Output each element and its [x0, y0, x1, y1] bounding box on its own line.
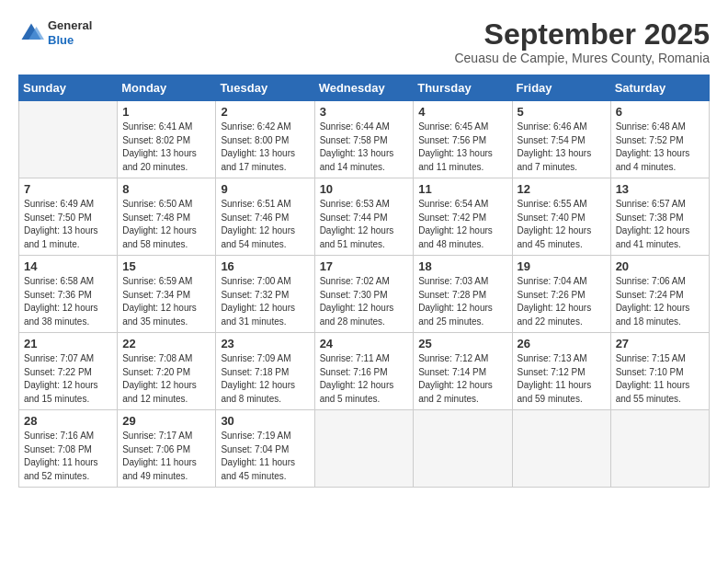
week-row-3: 14Sunrise: 6:58 AM Sunset: 7:36 PM Dayli…: [19, 256, 710, 333]
day-cell: 20Sunrise: 7:06 AM Sunset: 7:24 PM Dayli…: [610, 256, 709, 333]
location-subtitle: Ceuasu de Campie, Mures County, Romania: [454, 51, 710, 65]
day-cell: 13Sunrise: 6:57 AM Sunset: 7:38 PM Dayli…: [610, 178, 709, 256]
day-cell: 3Sunrise: 6:44 AM Sunset: 7:58 PM Daylig…: [314, 101, 414, 178]
day-cell: 5Sunrise: 6:46 AM Sunset: 7:54 PM Daylig…: [512, 101, 610, 178]
day-info: Sunrise: 6:59 AM Sunset: 7:34 PM Dayligh…: [122, 275, 210, 328]
day-info: Sunrise: 7:17 AM Sunset: 7:06 PM Dayligh…: [122, 430, 210, 483]
day-cell: 16Sunrise: 7:00 AM Sunset: 7:32 PM Dayli…: [216, 256, 314, 333]
day-info: Sunrise: 6:51 AM Sunset: 7:46 PM Dayligh…: [221, 198, 309, 251]
day-info: Sunrise: 6:42 AM Sunset: 8:00 PM Dayligh…: [221, 121, 309, 174]
day-info: Sunrise: 7:07 AM Sunset: 7:22 PM Dayligh…: [24, 352, 112, 406]
day-info: Sunrise: 7:00 AM Sunset: 7:32 PM Dayligh…: [221, 275, 309, 328]
day-info: Sunrise: 6:44 AM Sunset: 7:58 PM Dayligh…: [320, 121, 409, 174]
day-info: Sunrise: 7:04 AM Sunset: 7:26 PM Dayligh…: [518, 275, 606, 328]
day-number: 6: [616, 105, 704, 119]
header-sunday: Sunday: [19, 75, 118, 101]
day-number: 19: [518, 259, 606, 273]
day-cell: 1Sunrise: 6:41 AM Sunset: 8:02 PM Daylig…: [118, 101, 216, 178]
header-saturday: Saturday: [610, 75, 709, 101]
day-cell: 8Sunrise: 6:50 AM Sunset: 7:48 PM Daylig…: [118, 178, 216, 256]
calendar-table: SundayMondayTuesdayWednesdayThursdayFrid…: [18, 75, 710, 488]
day-cell: [19, 101, 118, 178]
day-info: Sunrise: 6:49 AM Sunset: 7:50 PM Dayligh…: [24, 198, 112, 251]
day-info: Sunrise: 7:15 AM Sunset: 7:10 PM Dayligh…: [616, 352, 704, 406]
day-number: 13: [616, 182, 704, 196]
page-header: General Blue September 2025 Ceuasu de Ca…: [18, 18, 710, 65]
day-cell: 25Sunrise: 7:12 AM Sunset: 7:14 PM Dayli…: [414, 333, 512, 410]
day-cell: 21Sunrise: 7:07 AM Sunset: 7:22 PM Dayli…: [19, 333, 118, 410]
day-number: 27: [616, 337, 704, 350]
day-number: 12: [518, 182, 606, 196]
day-cell: 4Sunrise: 6:45 AM Sunset: 7:56 PM Daylig…: [414, 101, 512, 178]
day-info: Sunrise: 7:13 AM Sunset: 7:12 PM Dayligh…: [518, 352, 606, 406]
day-number: 16: [221, 259, 309, 273]
logo-blue: Blue: [48, 33, 92, 48]
day-number: 1: [122, 105, 210, 119]
header-monday: Monday: [118, 75, 216, 101]
day-number: 20: [616, 259, 704, 273]
header-tuesday: Tuesday: [216, 75, 314, 101]
day-number: 14: [24, 259, 112, 273]
day-cell: 26Sunrise: 7:13 AM Sunset: 7:12 PM Dayli…: [512, 333, 610, 410]
logo: General Blue: [18, 18, 92, 47]
day-number: 29: [122, 414, 210, 428]
logo-text: General Blue: [48, 18, 92, 47]
day-info: Sunrise: 6:53 AM Sunset: 7:44 PM Dayligh…: [320, 198, 409, 251]
day-cell: 30Sunrise: 7:19 AM Sunset: 7:04 PM Dayli…: [216, 410, 314, 488]
day-number: 30: [221, 414, 309, 428]
calendar-header: SundayMondayTuesdayWednesdayThursdayFrid…: [19, 75, 710, 101]
day-cell: 2Sunrise: 6:42 AM Sunset: 8:00 PM Daylig…: [216, 101, 314, 178]
logo-general: General: [48, 18, 92, 33]
day-info: Sunrise: 7:09 AM Sunset: 7:18 PM Dayligh…: [221, 352, 309, 406]
day-number: 26: [518, 337, 606, 350]
day-cell: 24Sunrise: 7:11 AM Sunset: 7:16 PM Dayli…: [314, 333, 414, 410]
day-cell: [512, 410, 610, 488]
day-cell: 11Sunrise: 6:54 AM Sunset: 7:42 PM Dayli…: [414, 178, 512, 256]
day-cell: 7Sunrise: 6:49 AM Sunset: 7:50 PM Daylig…: [19, 178, 118, 256]
header-row: SundayMondayTuesdayWednesdayThursdayFrid…: [19, 75, 710, 101]
day-info: Sunrise: 6:46 AM Sunset: 7:54 PM Dayligh…: [518, 121, 606, 174]
day-cell: 29Sunrise: 7:17 AM Sunset: 7:06 PM Dayli…: [118, 410, 216, 488]
day-number: 23: [221, 337, 309, 350]
day-number: 5: [518, 105, 606, 119]
day-number: 8: [122, 182, 210, 196]
day-info: Sunrise: 7:11 AM Sunset: 7:16 PM Dayligh…: [320, 352, 409, 406]
day-info: Sunrise: 7:19 AM Sunset: 7:04 PM Dayligh…: [221, 430, 309, 483]
day-number: 3: [320, 105, 409, 119]
day-number: 4: [418, 105, 506, 119]
day-info: Sunrise: 6:55 AM Sunset: 7:40 PM Dayligh…: [518, 198, 606, 251]
day-number: 21: [24, 337, 112, 350]
day-cell: 14Sunrise: 6:58 AM Sunset: 7:36 PM Dayli…: [19, 256, 118, 333]
day-info: Sunrise: 6:45 AM Sunset: 7:56 PM Dayligh…: [418, 121, 506, 174]
day-cell: 6Sunrise: 6:48 AM Sunset: 7:52 PM Daylig…: [610, 101, 709, 178]
day-cell: 15Sunrise: 6:59 AM Sunset: 7:34 PM Dayli…: [118, 256, 216, 333]
day-number: 15: [122, 259, 210, 273]
day-number: 7: [24, 182, 112, 196]
day-number: 28: [24, 414, 112, 428]
day-number: 17: [320, 259, 409, 273]
day-cell: 9Sunrise: 6:51 AM Sunset: 7:46 PM Daylig…: [216, 178, 314, 256]
day-info: Sunrise: 6:41 AM Sunset: 8:02 PM Dayligh…: [122, 121, 210, 174]
day-cell: [610, 410, 709, 488]
day-number: 18: [418, 259, 506, 273]
day-info: Sunrise: 6:54 AM Sunset: 7:42 PM Dayligh…: [418, 198, 506, 251]
header-thursday: Thursday: [414, 75, 512, 101]
day-cell: 23Sunrise: 7:09 AM Sunset: 7:18 PM Dayli…: [216, 333, 314, 410]
month-title: September 2025: [454, 18, 710, 51]
day-info: Sunrise: 7:16 AM Sunset: 7:08 PM Dayligh…: [24, 430, 112, 483]
day-number: 2: [221, 105, 309, 119]
week-row-4: 21Sunrise: 7:07 AM Sunset: 7:22 PM Dayli…: [19, 333, 710, 410]
day-cell: 28Sunrise: 7:16 AM Sunset: 7:08 PM Dayli…: [19, 410, 118, 488]
day-info: Sunrise: 7:03 AM Sunset: 7:28 PM Dayligh…: [418, 275, 506, 328]
week-row-1: 1Sunrise: 6:41 AM Sunset: 8:02 PM Daylig…: [19, 101, 710, 178]
day-info: Sunrise: 7:06 AM Sunset: 7:24 PM Dayligh…: [616, 275, 704, 328]
day-number: 22: [122, 337, 210, 350]
header-wednesday: Wednesday: [314, 75, 414, 101]
day-cell: [314, 410, 414, 488]
day-info: Sunrise: 6:48 AM Sunset: 7:52 PM Dayligh…: [616, 121, 704, 174]
day-number: 10: [320, 182, 409, 196]
day-cell: 17Sunrise: 7:02 AM Sunset: 7:30 PM Dayli…: [314, 256, 414, 333]
day-cell: 12Sunrise: 6:55 AM Sunset: 7:40 PM Dayli…: [512, 178, 610, 256]
week-row-2: 7Sunrise: 6:49 AM Sunset: 7:50 PM Daylig…: [19, 178, 710, 256]
week-row-5: 28Sunrise: 7:16 AM Sunset: 7:08 PM Dayli…: [19, 410, 710, 488]
